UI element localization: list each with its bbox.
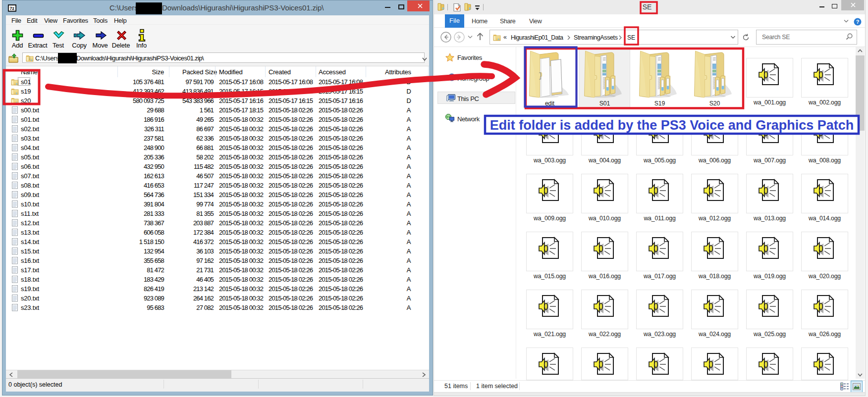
svg-text:Edit folder is added by the PS: Edit folder is added by the PS3 Voice an… (490, 118, 854, 133)
